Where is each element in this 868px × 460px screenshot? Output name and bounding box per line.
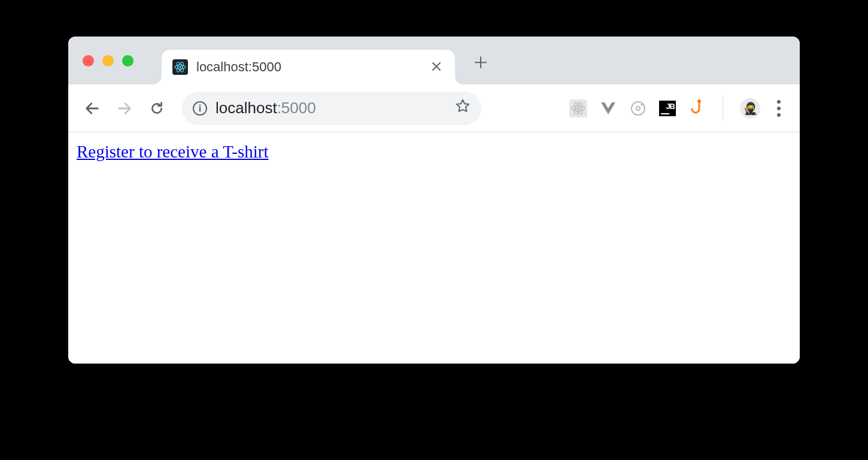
react-favicon-icon	[172, 59, 188, 75]
toolbar: i localhost:5000	[68, 84, 800, 132]
extension-react-devtools-icon[interactable]	[569, 99, 587, 117]
browser-menu-button[interactable]	[772, 95, 785, 122]
profile-avatar[interactable]: 🥷	[740, 98, 760, 119]
extension-jetbrains-icon[interactable]: JB	[659, 101, 676, 116]
register-link[interactable]: Register to receive a T-shirt	[77, 142, 269, 161]
window-maximize-button[interactable]	[122, 55, 133, 66]
window-close-button[interactable]	[83, 55, 94, 66]
url-port: :5000	[277, 99, 316, 117]
avatar-glyph: 🥷	[743, 101, 758, 116]
back-button[interactable]	[79, 95, 105, 122]
extensions-area: JB 🥷	[569, 95, 789, 122]
extension-hook-icon[interactable]	[688, 99, 706, 117]
svg-point-10	[641, 104, 643, 106]
address-bar[interactable]: i localhost:5000	[182, 92, 481, 125]
page-viewport: Register to receive a T-shirt	[68, 132, 800, 364]
browser-window: localhost:5000 i localhost:5000	[68, 37, 800, 364]
window-controls	[68, 55, 133, 66]
new-tab-button[interactable]	[467, 50, 494, 75]
svg-point-9	[636, 106, 640, 110]
reload-button[interactable]	[144, 95, 170, 122]
forward-button[interactable]	[111, 95, 138, 122]
svg-point-0	[179, 66, 181, 68]
info-glyph: i	[199, 103, 201, 114]
toolbar-divider	[723, 96, 723, 121]
url-host: localhost	[216, 99, 277, 117]
svg-point-4	[577, 107, 579, 109]
bookmark-star-icon[interactable]	[455, 98, 471, 118]
url-text: localhost:5000	[216, 99, 447, 117]
jb-label: JB	[666, 102, 675, 111]
tab-strip: localhost:5000	[68, 37, 800, 84]
window-minimize-button[interactable]	[102, 55, 114, 66]
tab-title: localhost:5000	[196, 59, 420, 75]
svg-point-8	[632, 102, 645, 115]
browser-tab[interactable]: localhost:5000	[162, 50, 455, 84]
site-info-icon[interactable]: i	[193, 101, 207, 116]
extension-circle-icon[interactable]	[629, 99, 647, 117]
extension-vue-devtools-icon[interactable]	[599, 99, 617, 117]
tab-close-button[interactable]	[429, 58, 444, 77]
svg-point-11	[697, 99, 701, 103]
